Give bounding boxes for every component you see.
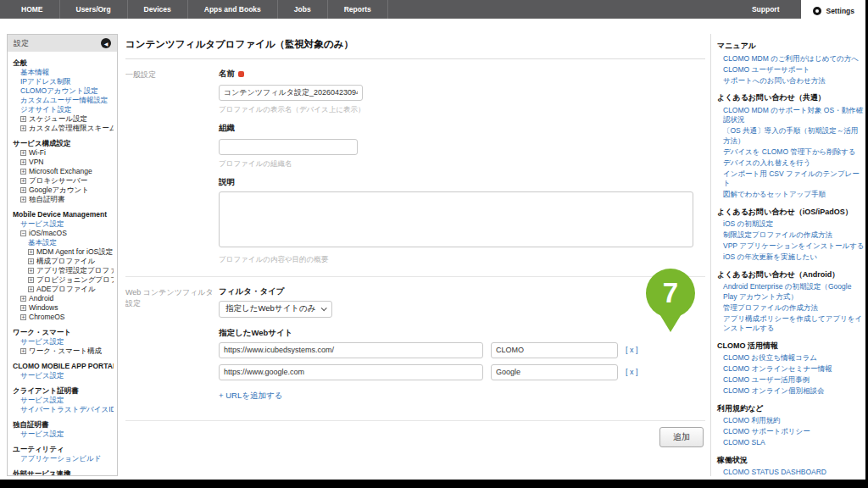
sidebar-entry[interactable]: サービス設定	[13, 430, 114, 439]
sidebar-entry-label: サービス設定	[20, 337, 64, 347]
sidebar-entry[interactable]: カスタム管理権限スキーム設定	[13, 124, 114, 133]
remove-url-link[interactable]: [ x ]	[626, 346, 638, 354]
sidebar-entry-label: サービス設定	[20, 396, 64, 405]
sidebar-entry[interactable]: カスタムユーザー情報設定	[13, 96, 114, 105]
profile-name-input[interactable]	[219, 85, 363, 101]
sidebar-entry[interactable]: アプリケーションビルド	[13, 454, 114, 463]
expand-icon	[28, 258, 34, 264]
help-entry[interactable]: CLOMO ユーザー活用事例	[717, 375, 865, 385]
help-entry-label: 〔OS 共通〕導入の手順（初期設定～活用方法）	[723, 126, 858, 145]
help-entry[interactable]: インポート用 CSV ファイルのテンプレート	[717, 169, 865, 189]
help-entry[interactable]: デバイスの入れ替えを行う	[717, 158, 865, 169]
nav-support[interactable]: Support	[730, 0, 802, 19]
topnav-item-label: Apps and Books	[204, 5, 261, 14]
help-entry[interactable]: 管理プロファイルの作成方法	[717, 303, 865, 313]
sidebar-entry[interactable]: Googleアカウント	[13, 186, 114, 195]
web-filter-section-label: Web コンテンツフィルタ 設定	[125, 279, 219, 410]
website-url-input[interactable]	[219, 342, 483, 358]
help-entry[interactable]: CLOMO サポートポリシー	[717, 427, 865, 437]
add-url-link[interactable]: + URLを追加する	[219, 391, 282, 402]
remove-url-link[interactable]: [ x ]	[626, 368, 638, 376]
help-entry: 利用規約など	[717, 404, 865, 414]
sidebar-entry[interactable]: iOS/macOS	[13, 229, 114, 238]
sidebar-entry[interactable]: ジオサイト設定	[13, 105, 114, 114]
sidebar-entry-label: CLOMOアカウント設定	[20, 86, 98, 96]
sidebar-entry-label: サイバートラストデバイスIDクライ...	[20, 405, 114, 414]
sidebar-entry-label: Wi-Fi	[29, 148, 46, 158]
topnav-item[interactable]: HOME	[5, 0, 60, 19]
help-entry[interactable]: 〔OS 共通〕導入の手順（初期設定～活用方法）	[717, 126, 865, 146]
gear-icon	[813, 7, 821, 15]
help-entry-label: CLOMO MDM のサポート対象 OS・動作確認状況	[723, 106, 863, 125]
sidebar-entry[interactable]: ワーク・スマート構成	[13, 347, 114, 356]
website-row[interactable]: [ x ]	[219, 342, 705, 358]
sidebar-entry[interactable]: Windows	[13, 303, 114, 313]
collapse-sidebar-button[interactable]: ◀	[101, 38, 111, 48]
topnav-item[interactable]: Devices	[128, 0, 188, 19]
help-entry[interactable]: デバイスを CLOMO 管理下から削除する	[717, 147, 865, 158]
organization-input[interactable]	[219, 139, 358, 155]
sidebar-entry[interactable]: VPN	[13, 158, 114, 167]
sidebar-entry[interactable]: Android	[13, 294, 114, 303]
sidebar-entry[interactable]: プロビジョニングプロファイル	[13, 275, 114, 285]
help-entry[interactable]: iOS の年次更新を実施したい	[717, 252, 865, 263]
topnav-item[interactable]: Reports	[328, 0, 388, 19]
sidebar-entry[interactable]: 独自証明書	[13, 195, 114, 204]
expand-icon	[20, 314, 26, 320]
help-entry[interactable]: CLOMO SLA	[717, 438, 865, 448]
sidebar-entry[interactable]: MDM Agent for iOS設定	[13, 247, 114, 257]
help-entry[interactable]: Android Enterprise の初期設定（Google Play アカウ…	[717, 282, 865, 302]
sidebar-entry[interactable]: Wi-Fi	[13, 148, 114, 158]
help-entry[interactable]: CLOMO MDM のサポート対象 OS・動作確認状況	[717, 106, 865, 125]
sidebar-entry[interactable]: IPアドレス制限	[13, 77, 114, 86]
topnav-item-label: HOME	[21, 5, 43, 14]
help-entry[interactable]: サポートへのお問い合わせ方法	[717, 76, 865, 86]
nav-settings-tab[interactable]: Settings	[801, 0, 866, 21]
add-button[interactable]: 追加	[659, 427, 704, 447]
sidebar-entry[interactable]: サービス設定	[13, 337, 114, 347]
sidebar-entry[interactable]: CLOMOアカウント設定	[13, 86, 114, 96]
sidebar-entry[interactable]: 基本情報	[13, 68, 114, 77]
sidebar-entry[interactable]: Microsoft Exchange	[13, 167, 114, 176]
sidebar-entry[interactable]: ChromeOS	[13, 313, 114, 322]
expand-icon	[20, 116, 26, 122]
help-entry[interactable]: 図解でわかるセットアップ手順	[717, 190, 865, 200]
help-entry[interactable]: CLOMO お役立ち情報コラム	[717, 353, 865, 363]
sidebar-entry[interactable]: アプリ管理設定プロファイル	[13, 266, 114, 275]
topnav-item[interactable]: Apps and Books	[188, 0, 278, 19]
help-entry[interactable]: VPP アプリケーションをインストールする	[717, 241, 865, 252]
help-entry[interactable]: CLOMO オンラインセミナー情報	[717, 364, 865, 374]
topnav-item[interactable]: Jobs	[278, 0, 328, 19]
topnav-item[interactable]: Users/Org	[60, 0, 128, 19]
website-url-input[interactable]	[219, 364, 483, 380]
help-entry-label: よくあるお問い合わせ（iOS/iPadOS）	[717, 208, 853, 216]
website-name-input[interactable]	[491, 364, 618, 380]
sidebar-entry[interactable]: サービス設定	[13, 219, 114, 229]
sidebar-entry-label: Googleアカウント	[29, 186, 89, 195]
description-field-help: プロファイルの内容や目的の概要	[219, 255, 705, 265]
sidebar-entry[interactable]: プロキシサーバー	[13, 176, 114, 186]
help-entry[interactable]: CLOMO ユーザーサポート	[717, 65, 865, 75]
sidebar-entry[interactable]: 基本設定	[13, 238, 114, 247]
sidebar-entry[interactable]: 構成プロファイル	[13, 257, 114, 266]
sidebar-entry[interactable]: ADEプロファイル	[13, 285, 114, 294]
description-textarea[interactable]	[219, 191, 693, 247]
sidebar-entry[interactable]: サービス設定	[13, 371, 114, 380]
website-name-input[interactable]	[491, 342, 618, 358]
sidebar-entry[interactable]: スケジュール設定	[13, 114, 114, 124]
help-entry[interactable]: CLOMO MDM のご利用がはじめての方へ	[717, 54, 865, 64]
help-entry[interactable]: iOS の初期設定	[717, 219, 865, 230]
sidebar-entry[interactable]: サイバートラストデバイスIDクライ...	[13, 405, 114, 414]
filter-type-selected-value: 指定したWebサイトのみ	[225, 303, 315, 314]
help-entry[interactable]: CLOMO STATUS DASHBOARD	[717, 468, 865, 478]
sidebar-entry: 外部サービス連携	[13, 469, 114, 476]
help-entry-label: iOS の初期設定	[723, 219, 773, 228]
expand-icon	[20, 230, 26, 236]
help-entry[interactable]: 制限設定プロファイルの作成方法	[717, 230, 865, 241]
help-entry[interactable]: CLOMO 利用規約	[717, 416, 865, 426]
help-entry[interactable]: CLOMO オンライン個別相談会	[717, 386, 865, 396]
website-row[interactable]: [ x ]	[219, 364, 705, 380]
help-entry[interactable]: アプリ構成ポリシーを作成してアプリをインストールする	[717, 314, 865, 334]
filter-type-select[interactable]: 指定したWebサイトのみ	[219, 301, 332, 318]
sidebar-entry[interactable]: サービス設定	[13, 396, 114, 405]
